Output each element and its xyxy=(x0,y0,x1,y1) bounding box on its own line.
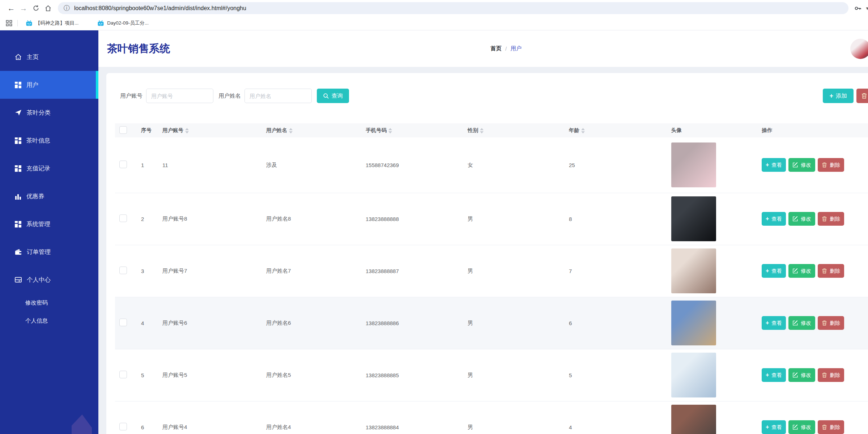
delete-button[interactable]: 删除 xyxy=(818,158,844,172)
row-checkbox[interactable] xyxy=(119,267,127,274)
cell-index: 3 xyxy=(141,245,162,297)
sidebar-item-recharge-records[interactable]: 充值记录 xyxy=(0,154,98,182)
delete-button[interactable]: 删除 xyxy=(818,316,844,330)
breadcrumb-home[interactable]: 首页 xyxy=(490,45,502,52)
cell-name: 用户姓名4 xyxy=(266,401,366,434)
cell-account: 用户账号7 xyxy=(162,245,266,297)
cell-gender: 男 xyxy=(468,401,569,434)
delete-button[interactable]: 删除 xyxy=(818,420,844,434)
user-avatar[interactable] xyxy=(671,301,716,345)
name-filter-input[interactable] xyxy=(244,89,312,103)
sidebar-item-label: 修改密码 xyxy=(25,299,48,307)
edit-button[interactable]: 修改 xyxy=(788,264,815,278)
info-icon[interactable]: ⓘ xyxy=(64,4,70,12)
sort-icon[interactable] xyxy=(581,128,585,133)
column-header: 用户账号 xyxy=(162,127,183,134)
row-checkbox[interactable] xyxy=(119,319,127,326)
view-button[interactable]: + 查看 xyxy=(762,158,786,172)
sidebar-item-personal-center[interactable]: 个人中心 xyxy=(0,266,98,294)
reload-icon[interactable] xyxy=(30,2,42,14)
view-button[interactable]: + 查看 xyxy=(762,264,786,278)
sidebar-decoration xyxy=(72,414,92,434)
sidebar-item-coupons[interactable]: 优惠券 xyxy=(0,182,98,210)
sidebar-item-personal-info[interactable]: 个人信息 xyxy=(0,312,98,330)
screen: ← → ⓘ localhost:8080/springboote60w7se1/… xyxy=(0,0,868,434)
batch-delete-button[interactable] xyxy=(856,89,868,103)
sidebar-item-label: 主页 xyxy=(27,53,39,61)
table-row: 6 用户账号4 用户姓名4 13823888884 男 4 + 查看 修改 xyxy=(115,401,868,434)
trash-icon xyxy=(822,162,827,168)
row-actions: + 查看 修改 删除 xyxy=(762,368,868,382)
delete-button[interactable]: 删除 xyxy=(818,264,844,278)
row-checkbox[interactable] xyxy=(119,423,127,430)
sort-icon[interactable] xyxy=(388,128,392,133)
sidebar-item-users[interactable]: 用户 xyxy=(0,71,98,99)
profile-avatar[interactable] xyxy=(850,39,868,59)
cell-age: 6 xyxy=(569,297,671,349)
edit-icon xyxy=(792,162,798,168)
plus-icon: + xyxy=(766,372,769,378)
cell-account: 用户账号5 xyxy=(162,349,266,401)
apps-grid-icon[interactable] xyxy=(6,20,12,26)
cell-age: 8 xyxy=(569,193,671,245)
row-checkbox[interactable] xyxy=(119,371,127,378)
bookmark-item[interactable]: Day02-09-员工分... xyxy=(97,20,149,26)
browser-toolbar: ← → ⓘ localhost:8080/springboote60w7se1/… xyxy=(0,0,868,16)
bookmark-item[interactable]: 【码神之路】项目... xyxy=(26,20,78,26)
edit-button[interactable]: 修改 xyxy=(788,158,815,172)
trash-icon xyxy=(822,320,827,326)
cell-age: 4 xyxy=(569,401,671,434)
user-avatar[interactable] xyxy=(671,196,716,241)
delete-button[interactable]: 删除 xyxy=(818,368,844,382)
chevron-icon[interactable]: ▾ xyxy=(866,5,868,12)
sidebar-item-order-management[interactable]: 订单管理 xyxy=(0,238,98,266)
cell-index: 1 xyxy=(141,137,162,193)
delete-button[interactable]: 删除 xyxy=(818,212,844,226)
user-avatar[interactable] xyxy=(671,353,716,397)
users-table: 序号 用户账号 用户姓名 手机号码 性别 xyxy=(115,123,868,434)
home-icon xyxy=(14,53,22,61)
add-button[interactable]: + 添加 xyxy=(823,89,854,103)
edit-button[interactable]: 修改 xyxy=(788,212,815,226)
edit-button[interactable]: 修改 xyxy=(788,420,815,434)
plus-icon: + xyxy=(829,92,833,100)
edit-button[interactable]: 修改 xyxy=(788,316,815,330)
user-avatar[interactable] xyxy=(671,142,716,187)
view-button[interactable]: + 查看 xyxy=(762,420,786,434)
home-icon[interactable] xyxy=(42,2,54,14)
user-avatar[interactable] xyxy=(671,248,716,293)
select-all-checkbox[interactable] xyxy=(119,126,127,134)
cell-age: 25 xyxy=(569,137,671,193)
address-bar[interactable]: ⓘ localhost:8080/springboote60w7se1/admi… xyxy=(58,2,848,14)
edit-button[interactable]: 修改 xyxy=(788,368,815,382)
search-button[interactable]: 查询 xyxy=(317,89,349,103)
trash-icon xyxy=(822,424,827,430)
sidebar-item-tea-info[interactable]: 茶叶信息 xyxy=(0,127,98,154)
back-icon[interactable]: ← xyxy=(5,2,17,14)
account-filter-input[interactable] xyxy=(146,89,213,103)
breadcrumb-current[interactable]: 用户 xyxy=(510,45,522,52)
search-icon xyxy=(323,93,329,99)
sidebar-item-home[interactable]: 主页 xyxy=(0,43,98,71)
sidebar-item-system-management[interactable]: 系统管理 xyxy=(0,210,98,238)
forward-icon[interactable]: → xyxy=(17,2,30,14)
view-button[interactable]: + 查看 xyxy=(762,316,786,330)
sort-icon[interactable] xyxy=(480,128,484,133)
url-text[interactable]: localhost:8080/springboote60w7se1/admin/… xyxy=(74,5,246,12)
cell-gender: 男 xyxy=(468,349,569,401)
sidebar-item-change-password[interactable]: 修改密码 xyxy=(0,294,98,312)
bilibili-icon xyxy=(97,20,104,26)
user-avatar[interactable] xyxy=(671,405,716,434)
key-icon[interactable] xyxy=(854,4,862,13)
view-button[interactable]: + 查看 xyxy=(762,368,786,382)
sort-icon[interactable] xyxy=(289,128,293,133)
view-button[interactable]: + 查看 xyxy=(762,212,786,226)
table-row: 1 11 涉及 15588742369 女 25 + 查看 修改 xyxy=(115,137,868,193)
sort-icon[interactable] xyxy=(185,128,189,133)
sidebar-item-tea-category[interactable]: 茶叶分类 xyxy=(0,99,98,127)
row-checkbox[interactable] xyxy=(119,161,127,168)
row-checkbox[interactable] xyxy=(119,214,127,222)
sidebar-item-label: 茶叶信息 xyxy=(26,137,50,145)
cell-account: 用户账号8 xyxy=(162,193,266,245)
card-icon xyxy=(14,276,22,284)
